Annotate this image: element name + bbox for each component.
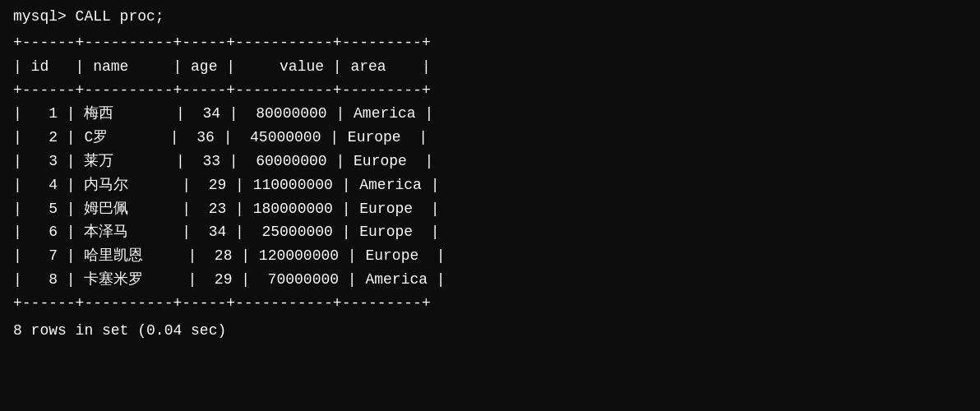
command-line: mysql> CALL proc; — [13, 8, 967, 25]
table-container: +------+----------+-----+-----------+---… — [13, 31, 967, 316]
footer-line: 8 rows in set (0.04 sec) — [13, 322, 967, 339]
